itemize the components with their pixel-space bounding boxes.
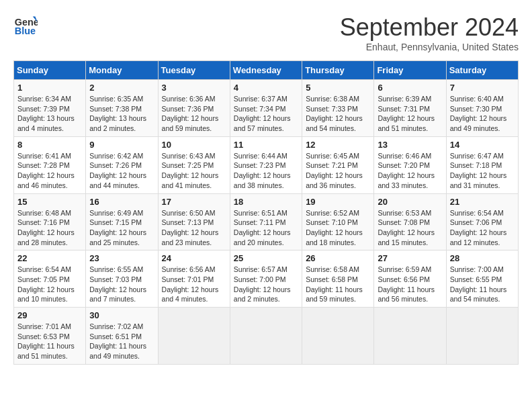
day-number: 8: [17, 140, 82, 150]
day-detail: Sunrise: 6:58 AMSunset: 6:58 PMDaylight:…: [306, 265, 370, 304]
day-detail: Sunrise: 6:54 AMSunset: 7:05 PMDaylight:…: [17, 265, 82, 304]
day-number: 19: [306, 197, 370, 207]
day-detail: Sunrise: 6:47 AMSunset: 7:18 PMDaylight:…: [450, 151, 515, 191]
day-detail: Sunrise: 6:46 AMSunset: 7:20 PMDaylight:…: [378, 151, 442, 191]
calendar-cell: 25 Sunrise: 6:57 AMSunset: 7:00 PMDaylig…: [230, 250, 302, 308]
day-number: 28: [450, 253, 515, 263]
weekday-header-row: Sunday Monday Tuesday Wednesday Thursday…: [14, 61, 519, 80]
calendar-cell: 11 Sunrise: 6:44 AMSunset: 7:23 PMDaylig…: [230, 136, 302, 193]
day-number: 13: [378, 140, 442, 150]
header-tuesday: Tuesday: [158, 61, 230, 80]
day-number: 14: [450, 140, 515, 150]
day-detail: Sunrise: 6:59 AMSunset: 6:56 PMDaylight:…: [378, 265, 442, 304]
calendar-cell: [446, 308, 518, 365]
day-number: 16: [89, 197, 154, 207]
calendar-cell: 27 Sunrise: 6:59 AMSunset: 6:56 PMDaylig…: [374, 250, 446, 308]
day-number: 2: [89, 83, 154, 93]
day-number: 21: [450, 197, 515, 207]
calendar-cell: 7 Sunrise: 6:40 AMSunset: 7:30 PMDayligh…: [446, 80, 518, 137]
day-number: 1: [17, 83, 82, 93]
day-detail: Sunrise: 6:53 AMSunset: 7:08 PMDaylight:…: [378, 208, 442, 248]
day-number: 11: [234, 140, 298, 150]
day-detail: Sunrise: 6:51 AMSunset: 7:11 PMDaylight:…: [234, 208, 298, 248]
day-detail: Sunrise: 6:38 AMSunset: 7:33 PMDaylight:…: [306, 94, 370, 134]
logo-icon: General Blue: [13, 13, 38, 38]
calendar-cell: 22 Sunrise: 6:54 AMSunset: 7:05 PMDaylig…: [14, 250, 86, 308]
day-number: 7: [450, 83, 515, 93]
day-detail: Sunrise: 6:35 AMSunset: 7:38 PMDaylight:…: [89, 94, 154, 134]
calendar-cell: [230, 308, 302, 365]
calendar-cell: 26 Sunrise: 6:58 AMSunset: 6:58 PMDaylig…: [302, 250, 374, 308]
calendar-cell: 30 Sunrise: 7:02 AMSunset: 6:51 PMDaylig…: [86, 308, 158, 365]
calendar-cell: 21 Sunrise: 6:54 AMSunset: 7:06 PMDaylig…: [446, 193, 518, 250]
header-sunday: Sunday: [14, 61, 86, 80]
calendar-cell: [302, 308, 374, 365]
day-number: 17: [162, 197, 226, 207]
day-detail: Sunrise: 6:55 AMSunset: 7:03 PMDaylight:…: [89, 265, 154, 304]
day-detail: Sunrise: 6:37 AMSunset: 7:34 PMDaylight:…: [234, 94, 298, 134]
calendar-cell: 18 Sunrise: 6:51 AMSunset: 7:11 PMDaylig…: [230, 193, 302, 250]
calendar-cell: 4 Sunrise: 6:37 AMSunset: 7:34 PMDayligh…: [230, 80, 302, 137]
calendar-week-row: 8 Sunrise: 6:41 AMSunset: 7:28 PMDayligh…: [14, 136, 519, 193]
day-detail: Sunrise: 6:49 AMSunset: 7:15 PMDaylight:…: [89, 208, 154, 248]
calendar-cell: [374, 308, 446, 365]
day-detail: Sunrise: 6:52 AMSunset: 7:10 PMDaylight:…: [306, 208, 370, 248]
header-friday: Friday: [374, 61, 446, 80]
logo: General Blue: [13, 13, 38, 38]
day-number: 4: [234, 83, 298, 93]
calendar-subtitle: Enhaut, Pennsylvania, United States: [340, 42, 519, 52]
day-number: 27: [378, 253, 442, 263]
day-detail: Sunrise: 6:56 AMSunset: 7:01 PMDaylight:…: [162, 265, 226, 304]
day-detail: Sunrise: 6:40 AMSunset: 7:30 PMDaylight:…: [450, 94, 515, 134]
day-detail: Sunrise: 7:00 AMSunset: 6:55 PMDaylight:…: [450, 265, 515, 304]
calendar-cell: 5 Sunrise: 6:38 AMSunset: 7:33 PMDayligh…: [302, 80, 374, 137]
day-detail: Sunrise: 6:48 AMSunset: 7:16 PMDaylight:…: [17, 208, 82, 248]
day-detail: Sunrise: 6:43 AMSunset: 7:25 PMDaylight:…: [162, 151, 226, 191]
day-number: 30: [89, 310, 154, 320]
header-monday: Monday: [86, 61, 158, 80]
header-thursday: Thursday: [302, 61, 374, 80]
day-detail: Sunrise: 6:54 AMSunset: 7:06 PMDaylight:…: [450, 208, 515, 248]
day-detail: Sunrise: 6:41 AMSunset: 7:28 PMDaylight:…: [17, 151, 82, 191]
calendar-cell: 6 Sunrise: 6:39 AMSunset: 7:31 PMDayligh…: [374, 80, 446, 137]
day-number: 20: [378, 197, 442, 207]
calendar-cell: 14 Sunrise: 6:47 AMSunset: 7:18 PMDaylig…: [446, 136, 518, 193]
day-number: 18: [234, 197, 298, 207]
day-detail: Sunrise: 6:34 AMSunset: 7:39 PMDaylight:…: [17, 94, 82, 134]
day-number: 24: [162, 253, 226, 263]
calendar-week-row: 29 Sunrise: 7:01 AMSunset: 6:53 PMDaylig…: [14, 308, 519, 365]
calendar-cell: 16 Sunrise: 6:49 AMSunset: 7:15 PMDaylig…: [86, 193, 158, 250]
calendar-cell: 12 Sunrise: 6:45 AMSunset: 7:21 PMDaylig…: [302, 136, 374, 193]
calendar-cell: 3 Sunrise: 6:36 AMSunset: 7:36 PMDayligh…: [158, 80, 230, 137]
calendar-week-row: 22 Sunrise: 6:54 AMSunset: 7:05 PMDaylig…: [14, 250, 519, 308]
day-detail: Sunrise: 6:57 AMSunset: 7:00 PMDaylight:…: [234, 265, 298, 304]
calendar-cell: 20 Sunrise: 6:53 AMSunset: 7:08 PMDaylig…: [374, 193, 446, 250]
day-number: 9: [89, 140, 154, 150]
day-number: 15: [17, 197, 82, 207]
day-number: 25: [234, 253, 298, 263]
day-number: 26: [306, 253, 370, 263]
day-detail: Sunrise: 6:50 AMSunset: 7:13 PMDaylight:…: [162, 208, 226, 248]
day-number: 5: [306, 83, 370, 93]
calendar-cell: [158, 308, 230, 365]
day-number: 29: [17, 310, 82, 320]
header-saturday: Saturday: [446, 61, 518, 80]
page-header: General Blue September 2024 Enhaut, Penn…: [13, 13, 519, 52]
calendar-cell: 19 Sunrise: 6:52 AMSunset: 7:10 PMDaylig…: [302, 193, 374, 250]
calendar-cell: 28 Sunrise: 7:00 AMSunset: 6:55 PMDaylig…: [446, 250, 518, 308]
calendar-week-row: 15 Sunrise: 6:48 AMSunset: 7:16 PMDaylig…: [14, 193, 519, 250]
header-wednesday: Wednesday: [230, 61, 302, 80]
day-detail: Sunrise: 7:01 AMSunset: 6:53 PMDaylight:…: [17, 322, 82, 361]
calendar-cell: 17 Sunrise: 6:50 AMSunset: 7:13 PMDaylig…: [158, 193, 230, 250]
calendar-cell: 24 Sunrise: 6:56 AMSunset: 7:01 PMDaylig…: [158, 250, 230, 308]
calendar-week-row: 1 Sunrise: 6:34 AMSunset: 7:39 PMDayligh…: [14, 80, 519, 137]
day-number: 3: [162, 83, 226, 93]
day-number: 23: [89, 253, 154, 263]
calendar-cell: 13 Sunrise: 6:46 AMSunset: 7:20 PMDaylig…: [374, 136, 446, 193]
calendar-cell: 15 Sunrise: 6:48 AMSunset: 7:16 PMDaylig…: [14, 193, 86, 250]
calendar-title: September 2024: [340, 13, 519, 42]
day-detail: Sunrise: 6:39 AMSunset: 7:31 PMDaylight:…: [378, 94, 442, 134]
day-number: 22: [17, 253, 82, 263]
day-detail: Sunrise: 6:42 AMSunset: 7:26 PMDaylight:…: [89, 151, 154, 191]
svg-text:Blue: Blue: [15, 26, 36, 36]
